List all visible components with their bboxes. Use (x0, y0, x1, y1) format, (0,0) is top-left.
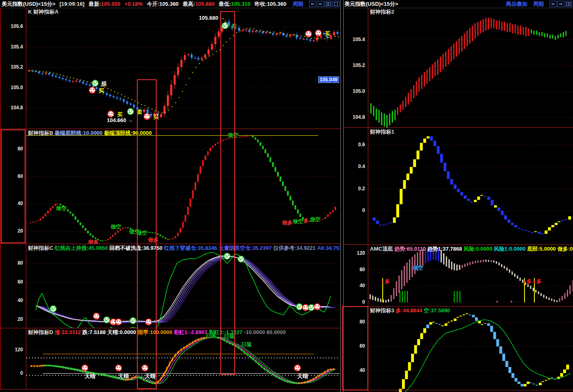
axis-label: 105.0 (343, 88, 365, 94)
axis-label: 20 (0, 228, 23, 234)
chart-annotation: 天晴 (118, 373, 129, 380)
axis-label: 0 (343, 299, 365, 305)
quote-field: +0.18% (125, 1, 143, 7)
quote-fields: 最新:105.550+0.18%今开:105.360最高:105.680最低:1… (84, 0, 286, 8)
left-bottom-border (0, 389, 340, 390)
forward-arrow-icon[interactable]: ⇨ (557, 1, 564, 7)
axis-label: 105.0 (0, 85, 23, 90)
chart-svg-a (26, 8, 340, 129)
axis-label: 120 (343, 250, 365, 256)
plot-area-c[interactable] (26, 244, 340, 328)
buy-smiley-icon (81, 364, 88, 371)
panel-title-r2: 财神指标1 (370, 128, 394, 136)
left-symbol: 美元指数(USD)<15分> (2, 0, 55, 8)
plot-area-r1[interactable] (368, 8, 573, 127)
panel-r4: 806040财神指标3 多:44.8844 空:37.5690 (343, 306, 573, 392)
plot-area-r2[interactable] (368, 128, 573, 245)
axis-label: 60 (0, 279, 23, 285)
plot-area-b[interactable]: 做空做多做空做空做空做多做空做多做空多做空 (26, 129, 340, 244)
sell-frown-icon (127, 108, 134, 115)
chart-svg-r4 (368, 307, 573, 392)
titlebar-link[interactable]: 周期 (293, 1, 303, 7)
panel-title-a: K 财神指标A (28, 8, 58, 16)
chart-annotation: 做多 (282, 219, 293, 226)
axis-label: 0 (343, 208, 365, 213)
axis-label: 40 (0, 297, 23, 303)
chart-annotation: 买 (153, 113, 159, 121)
chart-svg-r2 (368, 128, 573, 245)
axis-label: 60 (343, 343, 365, 349)
panel-c: 80604020财神指标C 红线在上持股:45.0650 回档不破洗盘:36.9… (0, 244, 340, 328)
sell-frown-icon (50, 305, 57, 312)
axis-label: 105.6 (0, 23, 23, 29)
axis-label: 104.8 (343, 114, 365, 120)
chart-svg-r1 (368, 8, 573, 127)
panel-title-d: 财神指标D 涨:22.0112 跌:7.5188 天晴:0.0000 雨季:10… (28, 329, 286, 336)
trading-app-window: 美元指数(USD)<15分> [19:09:16] 最新:105.550+0.1… (0, 0, 573, 392)
chart-annotation: 日落 (206, 332, 216, 339)
chart-svg-b (26, 129, 340, 244)
buy-smiley-icon (115, 364, 122, 371)
buy-smiley-icon (93, 313, 100, 320)
panel-title-b: 财神指标B 极端底部线:10.0000 极端顶部线:90.0000 (28, 129, 152, 137)
buy-smiley-icon (305, 30, 312, 37)
plot-area-r4[interactable] (368, 307, 573, 392)
back-arrow-icon[interactable]: ⇦ (309, 1, 316, 7)
chart-svg-c (26, 244, 340, 328)
plot-area-a[interactable]: 损买买卖买卖买105.680 →104.660 →105.049 (26, 8, 340, 129)
maximize-icon[interactable] (333, 1, 340, 7)
axis-label: 20 (0, 316, 23, 322)
chart-annotation: 多 (536, 278, 542, 285)
chart-annotation: 做空 (413, 264, 423, 272)
chart-annotation: 卖 (231, 23, 237, 30)
panel-title-r4: 财神指标3 多:44.8844 空:37.5690 (370, 307, 450, 314)
plot-area-d[interactable]: 天晴天晴天晴天晴日落日落日落 (26, 328, 340, 390)
chart-annotation: 天晴 (297, 373, 308, 380)
buy-smiley-icon (145, 318, 152, 325)
chart-annotation: 天晴 (85, 373, 95, 380)
panel-title-r1: 财神指标2 (370, 8, 394, 16)
chart-annotation: 日落 (241, 341, 252, 348)
right-titlebar-links: 商品叠加周期 (500, 0, 544, 8)
panel-r3: 12080400做空多多多AMC顶底 趋势:65.0110 趋势1:37.786… (343, 244, 573, 307)
plot-area-r3[interactable]: 做空多多多 (368, 245, 573, 307)
split-view-icon[interactable] (565, 1, 572, 7)
buy-smiley-icon (143, 113, 150, 120)
left-titlebar: 美元指数(USD)<15分> [19:09:16] 最新:105.550+0.1… (0, 0, 340, 8)
quote-time: [19:09:16] (60, 1, 85, 7)
chart-annotation: 买 (99, 87, 104, 95)
titlebar-link[interactable]: 商品叠加 (506, 1, 527, 7)
panel-r2: 0.60.40.20财神指标1 (343, 127, 573, 245)
right-titlebar: 美元指数(USD)<15分> 商品叠加周期 ⇦ ⇨ (343, 0, 573, 8)
chart-svg-r3 (368, 245, 573, 307)
buy-smiley-icon (315, 30, 322, 37)
sell-frown-icon (92, 80, 99, 87)
chart-annotation: 104.660 → (107, 117, 133, 123)
axis-label: 40 (343, 283, 365, 288)
right-symbol: 美元指数(USD)<15分> (344, 0, 398, 8)
axis-label: 105.4 (0, 44, 23, 50)
panel-b: 80604020做空做多做空做空做空做多做空做多做空多做空财神指标B 极端底部线… (0, 129, 340, 244)
split-view-icon[interactable] (325, 1, 332, 7)
quote-field: 今开:105.360 (147, 1, 178, 7)
buy-smiley-icon (107, 111, 114, 118)
left-window-controls: ⇦ ⇨ (308, 1, 340, 7)
chart-annotation: 做空 (293, 218, 303, 225)
axis-label: 0 (0, 370, 23, 376)
pane-divider[interactable] (340, 0, 344, 392)
chart-annotation: 做空 (56, 205, 67, 212)
forward-arrow-icon[interactable]: ⇨ (317, 1, 324, 7)
titlebar-link[interactable]: 周期 (533, 1, 544, 7)
chart-annotation: 做多 (148, 236, 159, 244)
back-arrow-icon[interactable]: ⇦ (550, 1, 557, 7)
axis-label: 105.2 (0, 64, 23, 70)
buy-smiley-icon (314, 303, 321, 310)
axis-label: 80 (343, 319, 365, 325)
chart-annotation: 损 (101, 80, 106, 88)
sell-frown-icon (222, 22, 229, 29)
quote-field: 最低:105.310 (219, 1, 250, 7)
quote-field: 昨收:105.360 (254, 1, 286, 7)
chart-annotation: 做空 (136, 229, 147, 237)
chart-annotation: 多 (385, 278, 390, 285)
chart-annotation: 买 (325, 30, 330, 37)
